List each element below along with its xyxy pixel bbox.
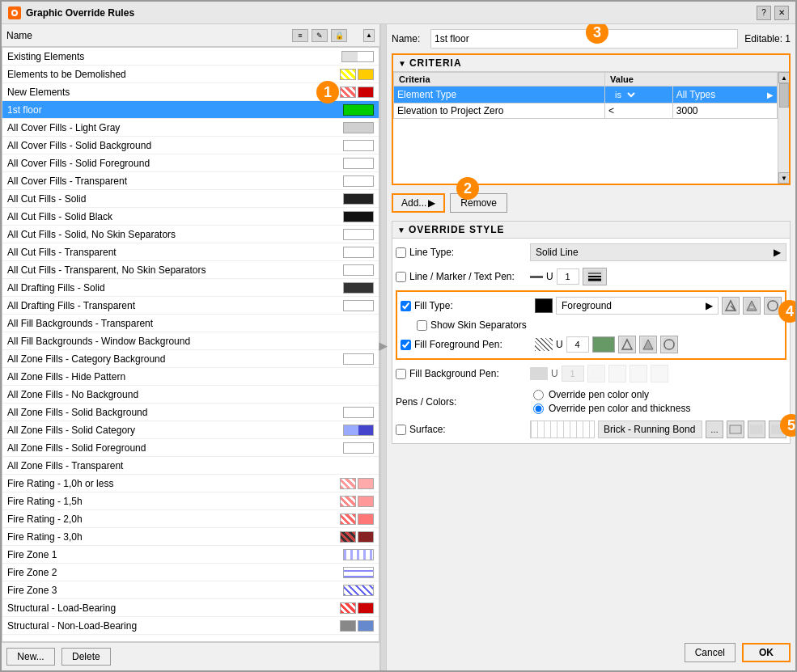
list-item[interactable]: All Fill Backgrounds - Transparent <box>2 315 379 332</box>
surface-action-2[interactable] <box>748 421 765 438</box>
list-item[interactable]: All Drafting Fills - Transparent <box>2 297 379 315</box>
list-item[interactable]: All Zone Fills - Solid Background <box>2 404 379 421</box>
edit-icon[interactable]: ✎ <box>312 29 328 42</box>
criteria-section: ▼ CRITERIA Criteria Value <box>392 53 791 185</box>
fill-bg-pen-checkbox[interactable] <box>396 369 406 379</box>
name-input[interactable] <box>430 29 738 49</box>
cancel-button[interactable]: Cancel <box>685 643 736 662</box>
fill-action-1[interactable] <box>722 297 740 315</box>
list-item[interactable]: Fire Rating - 3,0h <box>2 528 379 546</box>
list-item[interactable]: All Zone Fills - Solid Category <box>2 421 379 439</box>
pens-label: Pens / Colors: <box>396 396 456 408</box>
line-type-row: Line Type: Solid Line ▶ <box>396 242 786 263</box>
list-item[interactable]: All Cut Fills - Solid, No Skin Separator… <box>2 226 379 243</box>
line-type-dropdown[interactable]: Solid Line ▶ <box>530 243 786 261</box>
list-item[interactable]: All Zone Fills - Solid Foreground <box>2 439 379 457</box>
badge-4: 4 <box>778 300 795 323</box>
svg-rect-16 <box>729 425 742 434</box>
fill-bg-action-2 <box>630 365 647 382</box>
new-button[interactable]: New... <box>6 648 55 666</box>
scroll-down[interactable]: ▼ <box>778 172 789 184</box>
fill-fg-color-preview <box>592 336 615 353</box>
list-item[interactable]: All Cover Fills - Solid Background <box>2 137 379 154</box>
lock-icon[interactable]: 🔒 <box>331 29 347 42</box>
fill-bg-pattern <box>530 367 548 380</box>
surface-dropdown[interactable]: Brick - Running Bond <box>598 421 702 438</box>
title-bar: Graphic Override Rules ? ✕ <box>2 2 795 24</box>
scroll-up[interactable]: ▲ <box>778 72 789 83</box>
list-item[interactable]: All Cut Fills - Transparent, No Skin Sep… <box>2 261 379 279</box>
fill-type-checkbox[interactable] <box>401 301 411 311</box>
list-item[interactable]: All Zone Fills - Hide Pattern <box>2 368 379 386</box>
radio-pen-color-label: Override pen color only <box>549 389 649 400</box>
operator-cell: < <box>605 104 673 119</box>
list-item[interactable]: All Zone Fills - No Background <box>2 386 379 404</box>
fill-type-dropdown[interactable]: Foreground ▶ <box>556 297 719 315</box>
list-item[interactable]: Fire Zone 3 <box>2 581 379 599</box>
operator-dropdown[interactable]: is <box>608 88 638 101</box>
help-button[interactable]: ? <box>757 6 771 20</box>
list-item[interactable]: Fire Rating - 1,5h <box>2 492 379 510</box>
list-item[interactable]: Fire Zone 2 <box>2 564 379 581</box>
list-item[interactable]: All Cover Fills - Solid Foreground <box>2 154 379 172</box>
line-marker-pen-input[interactable] <box>557 268 579 285</box>
list-item[interactable]: All Zone Fills - Category Background <box>2 350 379 368</box>
show-skin-checkbox[interactable] <box>417 320 427 331</box>
list-item[interactable]: All Cover Fills - Light Gray <box>2 119 379 137</box>
radio-pen-color-thickness[interactable] <box>533 404 544 414</box>
list-item[interactable]: Fire Rating - 1,0h or less <box>2 475 379 492</box>
fill-type-value: Foreground <box>562 300 612 311</box>
fill-fg-action-2[interactable] <box>639 336 657 353</box>
list-item[interactable]: All Cover Fills - Transparent <box>2 172 379 190</box>
fill-fg-pen-checkbox[interactable] <box>401 340 411 350</box>
svg-rect-15 <box>590 367 603 380</box>
criteria-scrollbar[interactable]: ▲ ▼ <box>778 72 789 184</box>
line-marker-checkbox[interactable] <box>396 272 406 282</box>
list-item[interactable]: All Zone Fills - Transparent <box>2 457 379 475</box>
override-title: OVERRIDE STYLE <box>409 224 505 235</box>
list-item[interactable]: All Cut Fills - Solid Black <box>2 208 379 226</box>
criteria-collapse-arrow: ▼ <box>398 59 406 68</box>
line-type-checkbox[interactable] <box>396 247 406 258</box>
svg-rect-18 <box>750 425 763 434</box>
list-item[interactable]: All Drafting Fills - Solid <box>2 279 379 297</box>
list-item[interactable]: Structural - Load-Bearing <box>2 599 379 617</box>
fill-bg-pen-row: Fill Background Pen: U <box>396 363 786 384</box>
delete-button[interactable]: Delete <box>61 648 111 666</box>
surface-action-1[interactable] <box>727 421 744 438</box>
col-criteria: Criteria <box>394 73 605 87</box>
panel-divider: ◀ <box>380 24 387 670</box>
list-item[interactable]: All Cut Fills - Transparent <box>2 243 379 261</box>
fill-fg-action-1[interactable] <box>618 336 636 353</box>
fill-fg-action-3[interactable] <box>660 336 678 353</box>
override-header[interactable]: ▼ OVERRIDE STYLE <box>392 222 790 239</box>
rules-list[interactable]: Existing Elements Elements to be Demolis… <box>2 47 379 642</box>
fill-fg-pen-input[interactable] <box>566 336 589 353</box>
scroll-up-btn[interactable]: ▲ <box>363 29 375 42</box>
criteria-header[interactable]: ▼ CRITERIA <box>393 55 789 72</box>
list-item[interactable]: Fire Zone 1 <box>2 546 379 564</box>
line-pen-chooser[interactable] <box>583 268 607 285</box>
list-item-1st-floor[interactable]: 1st floor <box>2 101 379 119</box>
override-section: ▼ OVERRIDE STYLE Line Type: Solid Line ▶ <box>392 221 791 444</box>
surface-browse[interactable]: … <box>706 421 723 438</box>
surface-checkbox[interactable] <box>396 425 406 435</box>
list-item[interactable]: Structural - Non-Load-Bearing <box>2 617 379 635</box>
radio-pen-color-only[interactable] <box>533 390 544 400</box>
override-collapse-arrow: ▼ <box>397 226 405 235</box>
list-item[interactable]: Fire Rating - 2,0h <box>2 510 379 528</box>
fill-action-2[interactable] <box>743 297 761 315</box>
radio-group: Override pen color only Override pen col… <box>530 389 690 414</box>
surface-row: 5 Surface: Brick - Running Bond … <box>396 419 786 440</box>
value-cell: All Types ▶ <box>672 87 777 104</box>
ok-button[interactable]: OK <box>742 643 791 662</box>
list-item[interactable]: All Fill Backgrounds - Window Background <box>2 332 379 350</box>
criteria-row[interactable]: Element Type is All Types <box>394 87 778 104</box>
list-item[interactable]: Existing Elements <box>2 48 379 66</box>
list-item[interactable]: All Cut Fills - Solid <box>2 190 379 208</box>
list-item[interactable]: Elements to be Demolished <box>2 66 379 83</box>
add-button[interactable]: Add... ▶ <box>392 193 445 213</box>
criteria-row[interactable]: Elevation to Project Zero < 3000 <box>394 104 778 119</box>
sort-icon[interactable]: ≡ <box>292 29 308 42</box>
close-button[interactable]: ✕ <box>774 6 789 20</box>
